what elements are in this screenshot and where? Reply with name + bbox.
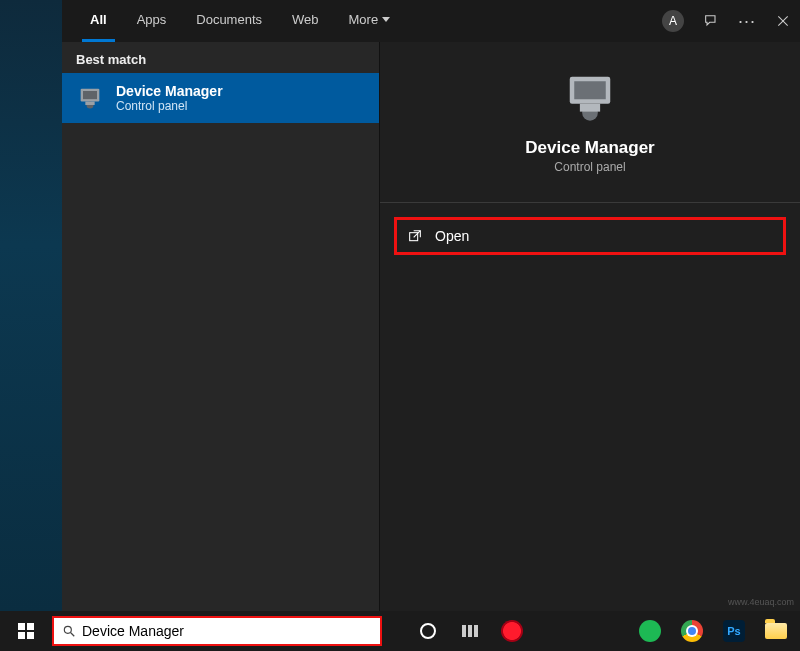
watermark: www.4euaq.com <box>728 597 794 607</box>
svg-rect-9 <box>580 104 600 112</box>
taskbar-search-box[interactable] <box>52 616 382 646</box>
detail-subtitle: Control panel <box>554 160 625 174</box>
tab-all[interactable]: All <box>82 0 115 42</box>
svg-rect-7 <box>574 81 606 99</box>
action-open[interactable]: Open <box>394 217 786 255</box>
best-match-label: Best match <box>62 42 379 73</box>
result-title: Device Manager <box>116 83 223 99</box>
svg-point-11 <box>64 626 71 633</box>
result-subtitle: Control panel <box>116 99 223 113</box>
tab-documents[interactable]: Documents <box>188 0 270 42</box>
taskbar-app-opera[interactable] <box>494 611 530 651</box>
svg-rect-3 <box>83 91 97 99</box>
task-view-icon <box>462 625 478 637</box>
user-avatar[interactable]: A <box>662 10 684 32</box>
tab-more[interactable]: More <box>341 0 399 42</box>
tab-apps[interactable]: Apps <box>129 0 175 42</box>
header-right-controls: A ··· <box>662 10 792 32</box>
detail-divider <box>380 202 800 203</box>
search-body: Best match Device Manager Control panel <box>62 42 800 611</box>
search-header: All Apps Documents Web More A ··· <box>62 0 800 42</box>
photoshop-icon: Ps <box>723 620 745 642</box>
more-options-icon[interactable]: ··· <box>738 12 756 30</box>
spotify-icon <box>639 620 661 642</box>
windows-logo-icon <box>18 623 34 639</box>
detail-column: Device Manager Control panel Open <box>380 42 800 611</box>
svg-rect-5 <box>85 102 94 106</box>
search-icon <box>62 624 76 638</box>
taskbar-app-file-explorer[interactable] <box>758 611 794 651</box>
chrome-icon <box>681 620 703 642</box>
feedback-icon[interactable] <box>702 12 720 30</box>
search-tabs: All Apps Documents Web More <box>82 0 398 42</box>
device-manager-hero-icon <box>563 70 617 124</box>
cortana-icon <box>420 623 436 639</box>
open-icon <box>407 228 423 244</box>
opera-icon <box>501 620 523 642</box>
tab-more-label: More <box>349 12 379 27</box>
chevron-down-icon <box>382 17 390 22</box>
taskbar-app-spotify[interactable] <box>632 611 668 651</box>
device-manager-icon <box>76 84 104 112</box>
tab-web[interactable]: Web <box>284 0 327 42</box>
taskbar-search-input[interactable] <box>82 623 372 639</box>
svg-line-12 <box>71 633 75 637</box>
task-view-button[interactable] <box>452 611 488 651</box>
desktop-background-strip <box>0 0 62 611</box>
folder-icon <box>765 623 787 639</box>
cortana-button[interactable] <box>410 611 446 651</box>
result-text: Device Manager Control panel <box>116 83 223 113</box>
taskbar-app-photoshop[interactable]: Ps <box>716 611 752 651</box>
taskbar-app-chrome[interactable] <box>674 611 710 651</box>
detail-hero: Device Manager Control panel <box>380 42 800 194</box>
close-icon[interactable] <box>774 12 792 30</box>
detail-title: Device Manager <box>525 138 654 158</box>
start-button[interactable] <box>6 611 46 651</box>
result-device-manager[interactable]: Device Manager Control panel <box>62 73 379 123</box>
windows-search-panel: All Apps Documents Web More A ··· <box>62 0 800 611</box>
results-column: Best match Device Manager Control panel <box>62 42 380 611</box>
taskbar: Ps <box>0 611 800 651</box>
action-open-label: Open <box>435 228 469 244</box>
